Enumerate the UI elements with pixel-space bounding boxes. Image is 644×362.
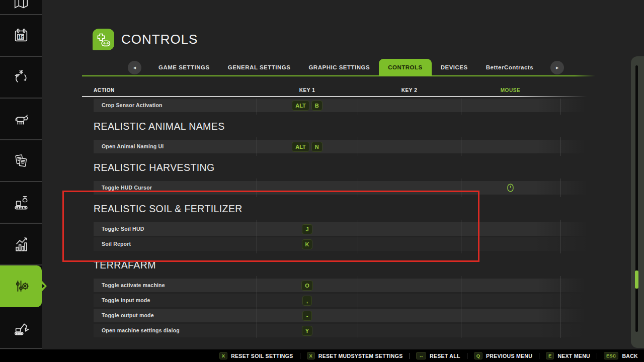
animals-icon <box>13 111 30 128</box>
key1-cell[interactable]: ALTB <box>257 99 358 112</box>
sidebar-item-animals[interactable] <box>0 99 42 140</box>
sidebar-item-statistics[interactable] <box>0 224 42 265</box>
mouse-cell[interactable] <box>461 99 560 112</box>
tab-bettercontracts[interactable]: BetterContracts <box>477 59 542 76</box>
key1-cell[interactable]: , <box>257 294 358 307</box>
key1-cell[interactable] <box>257 181 358 195</box>
section-title: REALISTIC ANIMAL NAMES <box>94 120 587 132</box>
footer-action-back[interactable]: ESCBACK <box>604 352 638 359</box>
scrollbar-thumb[interactable] <box>635 270 638 289</box>
controls-app-icon <box>93 29 114 50</box>
keybind-row[interactable]: Toggle Soil HUDJ <box>94 222 587 236</box>
mouse-cell[interactable] <box>461 181 560 195</box>
key2-cell[interactable] <box>358 324 461 337</box>
hotkey-label: NEXT MENU <box>557 353 590 359</box>
tab-controls[interactable]: CONTROLS <box>379 59 432 76</box>
hotkey-label: RESET SOIL SETTINGS <box>231 353 293 359</box>
key1-cell[interactable]: K <box>257 237 358 251</box>
tab-graphic-settings[interactable]: GRAPHIC SETTINGS <box>299 59 379 76</box>
sidebar-item-contracts[interactable] <box>0 140 42 182</box>
controls-settings-screen: 15 CONTROLS ◀GAME SETTINGSGENERAL SETTIN… <box>0 0 644 362</box>
tabs-next-button[interactable]: ▶ <box>550 61 564 74</box>
key1-cell[interactable]: Y <box>257 324 358 337</box>
action-label: Open Animal Naming UI <box>102 140 164 153</box>
key2-cell[interactable] <box>358 222 461 236</box>
column-divider <box>257 178 257 197</box>
action-label: Toggle HUD Cursor <box>102 181 152 195</box>
column-header-key2: KEY 2 <box>358 87 461 93</box>
key2-cell[interactable] <box>358 237 461 251</box>
keybind-row[interactable]: Toggle output mode- <box>94 309 587 322</box>
column-divider <box>358 276 358 338</box>
column-header-key1: KEY 1 <box>257 87 358 93</box>
key1-cell[interactable]: - <box>257 309 358 322</box>
footer-divider <box>467 353 467 359</box>
footer-action-reset-mudsystem-settings[interactable]: XRESET MUDSYSTEM SETTINGS <box>307 352 403 359</box>
tab-devices[interactable]: DEVICES <box>432 59 477 76</box>
footer-action-next-menu[interactable]: ENEXT MENU <box>546 352 590 359</box>
column-divider <box>358 178 358 197</box>
construction-icon <box>13 319 30 336</box>
key2-cell[interactable] <box>358 181 461 195</box>
action-label: Soil Report <box>102 237 131 251</box>
footer-action-reset-soil-settings[interactable]: XRESET SOIL SETTINGS <box>219 352 293 359</box>
sidebar-item-calendar[interactable]: 15 <box>0 15 42 57</box>
section-rows: Toggle Soil HUDJSoil ReportK <box>94 222 587 251</box>
key-badge: - <box>302 311 312 321</box>
key1-cell[interactable]: ALTN <box>257 140 358 153</box>
production-icon <box>13 194 30 211</box>
keybind-row[interactable]: Toggle input mode, <box>94 294 587 307</box>
key1-cell[interactable]: J <box>257 222 358 236</box>
statistics-icon <box>13 236 30 253</box>
keybind-row[interactable]: Crop Sensor ActivationALTB <box>94 99 587 112</box>
sidebar-item-map[interactable] <box>0 0 42 15</box>
tab-game-settings[interactable]: GAME SETTINGS <box>149 59 219 76</box>
key2-cell[interactable] <box>358 99 461 112</box>
key2-cell[interactable] <box>358 309 461 322</box>
column-divider <box>358 220 358 253</box>
keybind-row[interactable]: Open Animal Naming UIALTN <box>94 140 587 153</box>
key1-cell[interactable]: O <box>257 279 358 292</box>
key2-cell[interactable] <box>358 294 461 307</box>
key-badge: Y <box>302 326 312 336</box>
gamepad-icon <box>95 31 112 48</box>
keybind-row[interactable]: Toggle activate machineO <box>94 279 587 292</box>
hotkey-badge: Q <box>474 352 482 359</box>
sidebar-item-construction[interactable] <box>0 307 42 349</box>
mouse-cell[interactable] <box>461 324 560 337</box>
section-rows: Toggle HUD Cursor <box>94 181 587 195</box>
crop-rotation-icon <box>13 69 30 86</box>
sidebar-item-production[interactable] <box>0 182 42 224</box>
keybind-row[interactable]: Open machine settings dialogY <box>94 324 587 337</box>
keybind-row[interactable]: Soil ReportK <box>94 237 587 251</box>
key-badge: B <box>311 101 323 111</box>
mouse-cell[interactable] <box>461 222 560 236</box>
action-label: Toggle output mode <box>102 309 154 322</box>
sidebar-item-crop-rotation[interactable] <box>0 57 42 99</box>
mouse-cell[interactable] <box>461 140 560 153</box>
section-rows: Open Animal Naming UIALTN <box>94 140 587 153</box>
tab-bar: ◀GAME SETTINGSGENERAL SETTINGSGRAPHIC SE… <box>128 59 564 76</box>
tab-general-settings[interactable]: GENERAL SETTINGS <box>219 59 300 76</box>
map-icon <box>13 4 30 11</box>
section-rows: Toggle activate machineOToggle input mod… <box>94 279 587 337</box>
tabs-prev-button[interactable]: ◀ <box>128 61 141 74</box>
column-divider <box>560 99 560 115</box>
column-divider <box>560 220 560 253</box>
sidebar-item-settings[interactable] <box>0 265 42 307</box>
mouse-cell[interactable] <box>461 294 560 307</box>
mouse-cell[interactable] <box>461 279 560 292</box>
column-divider <box>257 276 257 338</box>
key2-cell[interactable] <box>358 140 461 153</box>
mouse-cell[interactable] <box>461 237 560 251</box>
section-rows: Crop Sensor ActivationALTB <box>94 99 587 112</box>
key2-cell[interactable] <box>358 279 461 292</box>
keybind-row[interactable]: Toggle HUD Cursor <box>94 181 587 195</box>
footer-action-previous-menu[interactable]: QPREVIOUS MENU <box>474 352 532 359</box>
right-arrow-icon: ▶ <box>556 66 558 70</box>
mouse-cell[interactable] <box>461 309 560 322</box>
scrollbar[interactable] <box>631 56 644 348</box>
column-divider <box>560 137 560 156</box>
footer-action-reset-all[interactable]: ↔RESET ALL <box>416 352 460 359</box>
hotkey-badge: ESC <box>604 352 619 359</box>
